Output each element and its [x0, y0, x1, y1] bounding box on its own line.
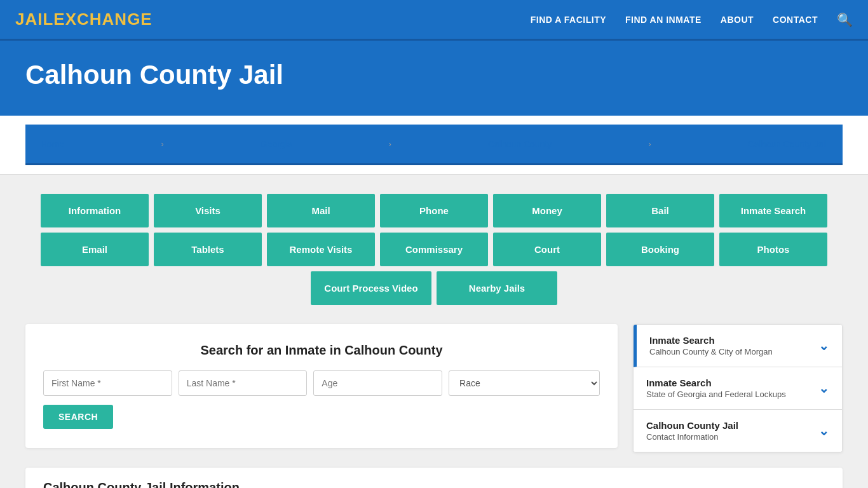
race-select[interactable]: Race White Black Hispanic Asian Other	[449, 370, 600, 396]
nav-find-inmate[interactable]: FIND AN INMATE	[625, 15, 702, 25]
search-form-heading: Search for an Inmate in Calhoun County	[43, 343, 600, 358]
btn-mail[interactable]: Mail	[267, 194, 375, 227]
btn-visits[interactable]: Visits	[154, 194, 262, 227]
button-row-1: Information Visits Mail Phone Money Bail…	[25, 194, 843, 227]
search-icon[interactable]: 🔍	[837, 13, 853, 27]
nav-find-facility[interactable]: FIND A FACILITY	[531, 15, 606, 25]
breadcrumb-current: Calhoun County Jail	[748, 139, 827, 149]
sidebar-panel-calhoun-title: Inmate Search	[649, 335, 818, 346]
first-name-input[interactable]	[43, 370, 172, 396]
form-row-names: Race White Black Hispanic Asian Other	[43, 370, 600, 396]
btn-email[interactable]: Email	[41, 233, 149, 266]
nav-contact[interactable]: CONTACT	[773, 15, 818, 25]
lower-section: Search for an Inmate in Calhoun County R…	[25, 324, 843, 452]
bottom-heading: Calhoun County Jail Information	[43, 480, 825, 488]
button-row-3: Court Process Video Nearby Jails	[25, 271, 843, 305]
chevron-down-icon-2: ⌄	[818, 381, 829, 396]
page-title: Calhoun County Jail	[25, 60, 843, 90]
sidebar-panel-contact-title: Calhoun County Jail	[646, 420, 818, 431]
site-logo[interactable]: JAILEXCHANGE	[15, 10, 153, 29]
search-button[interactable]: SEARCH	[43, 405, 113, 429]
btn-phone[interactable]: Phone	[380, 194, 488, 227]
logo-x: E	[53, 10, 65, 29]
sidebar-panel-calhoun-sub: Calhoun County & City of Morgan	[649, 347, 818, 356]
btn-information[interactable]: Information	[41, 194, 149, 227]
hero-section: Calhoun County Jail	[0, 41, 868, 116]
nav-about[interactable]: ABOUT	[721, 15, 754, 25]
nav-links: FIND A FACILITY FIND AN INMATE ABOUT CON…	[531, 12, 853, 27]
sidebar-panels: Inmate Search Calhoun County & City of M…	[633, 324, 843, 452]
sidebar-panel-georgia-title: Inmate Search	[646, 377, 818, 388]
breadcrumb-sep-3: ›	[649, 140, 651, 149]
btn-nearby-jails[interactable]: Nearby Jails	[437, 271, 557, 305]
chevron-down-icon-3: ⌄	[818, 423, 829, 438]
button-grid: Information Visits Mail Phone Money Bail…	[25, 194, 843, 305]
breadcrumb-calhoun-county[interactable]: Calhoun County	[488, 139, 552, 149]
btn-booking[interactable]: Booking	[606, 233, 714, 266]
sidebar-panel-calhoun[interactable]: Inmate Search Calhoun County & City of M…	[634, 325, 842, 367]
chevron-down-icon: ⌄	[818, 338, 829, 353]
breadcrumb-georgia[interactable]: Georgia	[261, 139, 292, 149]
breadcrumb-sep-1: ›	[161, 140, 164, 149]
age-input[interactable]	[313, 370, 442, 396]
sidebar-panel-contact[interactable]: Calhoun County Jail Contact Information …	[634, 410, 842, 452]
logo-exchange: XCHANGE	[65, 10, 153, 29]
btn-inmate-search[interactable]: Inmate Search	[719, 194, 827, 227]
btn-money[interactable]: Money	[493, 194, 601, 227]
breadcrumb-bar: Home › Georgia › Calhoun County › Calhou…	[0, 116, 868, 175]
sidebar-panel-contact-sub: Contact Information	[646, 432, 818, 442]
bottom-section: Calhoun County Jail Information	[25, 468, 843, 488]
btn-tablets[interactable]: Tablets	[154, 233, 262, 266]
breadcrumb: Home › Georgia › Calhoun County › Calhou…	[25, 125, 843, 165]
btn-bail[interactable]: Bail	[606, 194, 714, 227]
logo-jail: JAIL	[15, 10, 53, 29]
main-content: Information Visits Mail Phone Money Bail…	[0, 175, 868, 488]
btn-court[interactable]: Court	[493, 233, 601, 266]
btn-photos[interactable]: Photos	[719, 233, 827, 266]
breadcrumb-home[interactable]: Home	[41, 139, 64, 149]
last-name-input[interactable]	[179, 370, 308, 396]
sidebar-panel-georgia[interactable]: Inmate Search State of Georgia and Feder…	[634, 367, 842, 410]
sidebar-panel-georgia-sub: State of Georgia and Federal Lockups	[646, 390, 818, 399]
search-form-container: Search for an Inmate in Calhoun County R…	[25, 324, 618, 448]
btn-court-process-video[interactable]: Court Process Video	[311, 271, 431, 305]
btn-remote-visits[interactable]: Remote Visits	[267, 233, 375, 266]
button-row-2: Email Tablets Remote Visits Commissary C…	[25, 233, 843, 266]
btn-commissary[interactable]: Commissary	[380, 233, 488, 266]
breadcrumb-sep-2: ›	[389, 140, 391, 149]
